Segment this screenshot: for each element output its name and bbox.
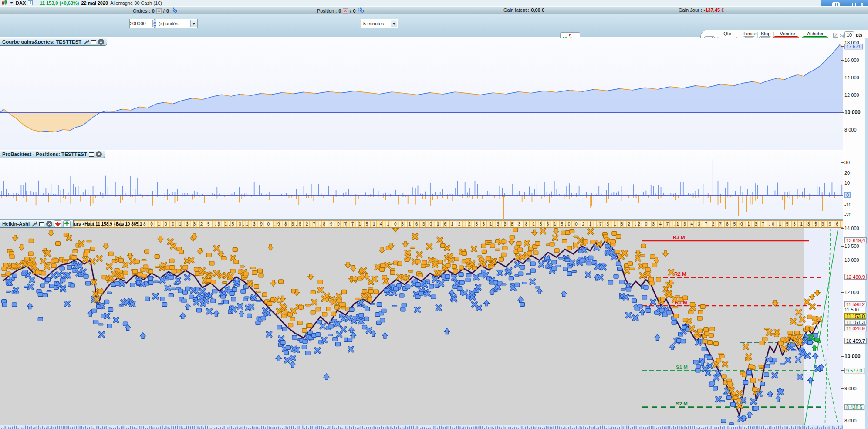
axis-label: 20: [844, 170, 850, 176]
axis-tick: [841, 183, 844, 183]
heikin-info-strip: 5 Jours +Haut 11 158,9 +Bas 10 865,1 8 0…: [65, 220, 843, 228]
axis-tick: [841, 46, 844, 47]
axis-label: 9 577,0: [844, 368, 864, 373]
units-select[interactable]: (x) unités: [156, 19, 198, 28]
instrument-dropdown-icon[interactable]: [10, 2, 14, 4]
axis-tick: [841, 292, 844, 293]
axis-tick: [841, 316, 844, 316]
svg-text:R2 M: R2 M: [674, 271, 686, 277]
heikin-chart[interactable]: R3 MR2 MR1 MMP MS1 MS2 M: [0, 228, 843, 429]
axis-tick: [841, 322, 844, 322]
position-count2: 0: [353, 8, 355, 14]
axis-label: -20: [844, 212, 851, 218]
axis-tick: [841, 130, 844, 130]
position-group: Position : 0 ✕ / 0: [317, 7, 364, 14]
axis-tick: [841, 246, 844, 247]
positions-panel-title: ProBacktest - Positions: TESTTEST: [2, 152, 87, 157]
wrench-icon[interactable]: [31, 221, 37, 227]
axis-tick: [841, 328, 844, 328]
axis-tick: [841, 162, 844, 163]
close-icon[interactable]: ✕: [96, 151, 102, 157]
axis-tick: [841, 60, 844, 61]
axis-tick: [841, 356, 844, 357]
position-close-icon[interactable]: ✕: [343, 8, 348, 14]
orders-count: 0: [152, 8, 155, 14]
axis-label: 14 000: [844, 75, 859, 81]
axis-label: 13 619,4: [844, 237, 867, 243]
sell-label: Vendre: [775, 31, 800, 36]
axis-label: 11 028,9: [844, 325, 866, 331]
axis-label: -10: [844, 202, 851, 208]
heikin-info-values: 5 Jours +Haut 11 158,9 +Bas 10 865,1: [65, 222, 142, 226]
close-icon[interactable]: ✕: [98, 39, 104, 45]
axis-tick: [841, 228, 844, 229]
equity-panel-title: Courbe gains&pertes: TESTTEST: [2, 39, 81, 44]
gain-jour-value: -137,45 €: [704, 7, 724, 13]
gain-latent-value: 0,00 €: [531, 7, 544, 13]
axis-tick: [841, 341, 844, 341]
close-icon[interactable]: ✕: [46, 221, 52, 227]
heikin-panel-title: Heikin-Ashi: [2, 221, 30, 226]
positions-panel-tab[interactable]: ProBacktest - Positions: TESTTEST ✕: [0, 151, 105, 158]
orders-group: Ordres : 0 ✕ / 0: [133, 7, 177, 14]
axis-label: 16 000: [844, 57, 859, 63]
equity-chart[interactable]: [0, 38, 843, 150]
axis-tick: [841, 421, 844, 421]
axis-label: 12 000: [844, 92, 859, 98]
wrench-icon[interactable]: [83, 39, 89, 45]
gain-latent-label: Gain latent :: [503, 7, 529, 13]
sg-pts-unit: pts: [856, 33, 862, 37]
timeframe-dropdown-icon[interactable]: [391, 20, 397, 27]
right-scroll-strip[interactable]: [865, 38, 868, 429]
sg-pts-input[interactable]: 10: [844, 31, 854, 39]
axis-tick: [841, 277, 844, 277]
axis-tick: [841, 215, 844, 215]
orders-count2: 0: [166, 8, 169, 14]
info-icon[interactable]: i: [28, 0, 33, 5]
positions-chart[interactable]: [0, 158, 843, 220]
axis-label: 11 500: [844, 307, 859, 313]
sg-row: ✓ Sg: [833, 33, 845, 38]
axis-tick: [841, 388, 844, 389]
orders-gear-icon[interactable]: [171, 7, 177, 14]
window-icon[interactable]: [89, 152, 94, 157]
instrument-description: Allemagne 30 Cash (1€): [110, 0, 162, 6]
position-gear-icon[interactable]: [358, 7, 364, 14]
instrument-symbol[interactable]: DAX: [16, 0, 26, 6]
axis-label: 9 000: [844, 386, 857, 392]
equity-panel-tab[interactable]: Courbe gains&pertes: TESTTEST ✕: [0, 38, 107, 46]
candlestick-icon: [2, 0, 8, 6]
orders-label: Ordres :: [133, 8, 150, 14]
axis-tick: [841, 78, 844, 78]
axis-tick: [841, 195, 844, 195]
quantity-spinner[interactable]: 200000: [129, 19, 155, 28]
svg-text:S2 M: S2 M: [676, 401, 688, 406]
buy-marker-button[interactable]: [63, 220, 71, 227]
axis-tick: [841, 260, 844, 260]
trading-app-window: DAX i 11 153,0 (+0,63%) 22 mai 2020 Alle…: [0, 0, 868, 429]
axis-tick: [841, 304, 844, 304]
window-icon[interactable]: [39, 222, 44, 226]
axis-tick: [841, 310, 844, 310]
axis-label: 30: [844, 160, 850, 166]
axis-tick: [841, 173, 844, 173]
axis-label: 10 459,7: [844, 338, 867, 344]
units-selected-option: (x) unités: [156, 21, 178, 26]
orders-cancel-icon[interactable]: ✕: [156, 8, 162, 14]
sg-checkbox[interactable]: ✓: [833, 33, 838, 38]
stop-label: Stop: [757, 31, 774, 36]
quantity-value: 200000: [130, 21, 152, 26]
gain-jour-label: Gain Jour :: [679, 7, 702, 13]
axis-label: 10 000: [844, 110, 861, 115]
axis-tick: [841, 407, 844, 407]
sell-marker-button[interactable]: [54, 220, 61, 227]
timeframe-select[interactable]: 5 minutes: [361, 19, 398, 28]
axis-label: 14 000: [844, 226, 859, 231]
axis-label: 8 000: [844, 127, 857, 133]
instrument-bar: DAX i 11 153,0 (+0,63%) 22 mai 2020 Alle…: [0, 0, 868, 6]
instrument-date: 22 mai 2020: [81, 0, 108, 6]
heikin-panel-tab[interactable]: Heikin-Ashi ✕: [0, 220, 74, 228]
units-dropdown-icon[interactable]: [190, 20, 197, 27]
window-icon[interactable]: [91, 40, 96, 44]
axis-tick: [841, 112, 844, 113]
